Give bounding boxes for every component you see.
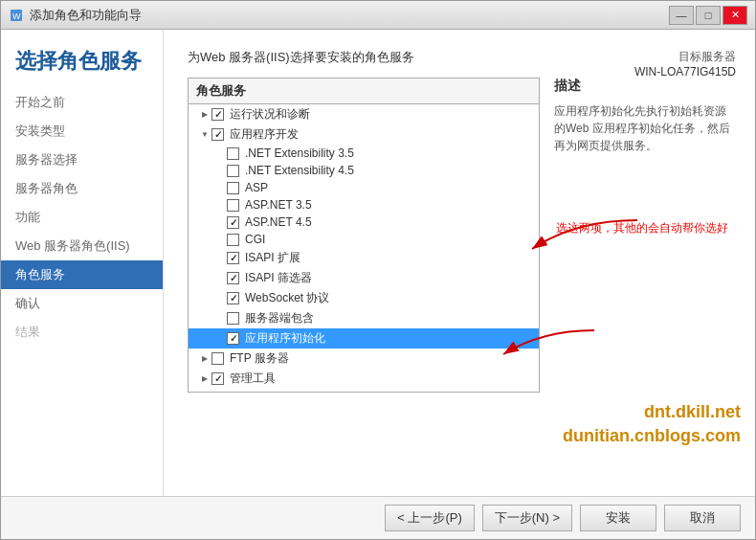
tree-item-net45ext[interactable]: .NET Extensibility 4.5 [189, 162, 539, 179]
checkbox-ftp[interactable] [211, 352, 224, 365]
watermark-line1: dnt.dkill.net [563, 400, 741, 424]
tree-item-aspnet45[interactable]: ASP.NET 4.5 [189, 214, 539, 231]
sidebar-item-start[interactable]: 开始之前 [1, 88, 163, 117]
label-mgmt: 管理工具 [230, 371, 276, 387]
sidebar-item-server-roles[interactable]: 服务器角色 [1, 174, 163, 203]
expand-ftp[interactable] [198, 352, 211, 366]
annotation-text: 选这两项，其他的会自动帮你选好 [556, 220, 728, 236]
close-button[interactable]: ✕ [723, 6, 747, 25]
sidebar-item-server-select[interactable]: 服务器选择 [1, 146, 163, 174]
checkbox-asp[interactable] [227, 182, 239, 194]
sidebar: 选择角色服务 开始之前 安装类型 服务器选择 服务器角色 功能 Web 服务器角… [1, 30, 164, 496]
sidebar-title: 选择角色服务 [1, 30, 163, 88]
next-button[interactable]: 下一步(N) > [482, 505, 572, 531]
checkbox-isapi-filter[interactable] [227, 272, 239, 284]
sidebar-nav: 开始之前 安装类型 服务器选择 服务器角色 功能 Web 服务器角色(IIS) … [1, 88, 163, 347]
checkbox-appdev[interactable] [211, 128, 224, 141]
tree-item-ftp[interactable]: FTP 服务器 [189, 349, 539, 369]
tree-item-aspnet35[interactable]: ASP.NET 3.5 [189, 196, 539, 214]
checkbox-net35ext[interactable] [227, 147, 239, 160]
minimize-button[interactable]: — [669, 6, 694, 25]
label-appinit: 应用程序初始化 [245, 330, 325, 347]
description-text: 应用程序初始化先执行初始耗资源的Web 应用程序初始化任务，然后再为网页提供服务… [554, 102, 736, 154]
checkbox-aspnet35[interactable] [227, 199, 239, 212]
checkbox-aspnet45[interactable] [227, 216, 239, 229]
tree-item-isapi-ext[interactable]: ISAPI 扩展 [189, 248, 539, 268]
checkbox-server-side[interactable] [227, 312, 239, 325]
tree-item-isapi-filter[interactable]: ISAPI 筛选器 [189, 268, 539, 288]
title-controls: — □ ✕ [669, 6, 747, 25]
expand-mgmt[interactable] [198, 372, 211, 386]
description-title: 描述 [554, 78, 736, 95]
label-aspnet35: ASP.NET 3.5 [245, 198, 312, 212]
label-asp: ASP [245, 181, 268, 194]
label-net45ext: .NET Extensibility 4.5 [245, 164, 354, 177]
label-appdev: 应用程序开发 [230, 126, 299, 143]
target-server: 目标服务器 WIN-LOA77IG415D [634, 49, 736, 79]
tree-item-server-side[interactable]: 服务器端包含 [189, 308, 539, 328]
sidebar-item-role-services[interactable]: 角色服务 [1, 260, 163, 289]
roles-panel-header: 角色服务 [189, 79, 539, 104]
target-server-value: WIN-LOA77IG415D [634, 65, 736, 79]
label-aspnet45: ASP.NET 4.5 [245, 215, 312, 229]
tree-item-mgmt[interactable]: 管理工具 [189, 369, 539, 389]
label-cgi: CGI [245, 233, 265, 246]
cancel-button[interactable]: 取消 [664, 505, 741, 531]
sidebar-item-confirm[interactable]: 确认 [1, 289, 163, 318]
tree-item-appdev[interactable]: 应用程序开发 [189, 124, 539, 145]
roles-panel: 角色服务 运行状况和诊断 应用程序开发 [188, 78, 540, 393]
checkbox-cgi[interactable] [227, 234, 239, 246]
prev-button[interactable]: < 上一步(P) [385, 505, 475, 531]
expand-appdev[interactable] [198, 128, 211, 142]
footer: < 上一步(P) 下一步(N) > 安装 取消 [1, 496, 755, 539]
title-bar: W 添加角色和功能向导 — □ ✕ [1, 1, 755, 30]
checkbox-net45ext[interactable] [227, 165, 239, 177]
roles-list[interactable]: 运行状况和诊断 应用程序开发 .NET Extensibilit [189, 104, 539, 392]
title-bar-left: W 添加角色和功能向导 [9, 7, 142, 24]
label-isapi-filter: ISAPI 筛选器 [245, 270, 312, 286]
wizard-icon: W [9, 8, 24, 23]
checkbox-websocket[interactable] [227, 292, 239, 304]
target-server-label: 目标服务器 [634, 49, 736, 65]
label-net35ext: .NET Extensibility 3.5 [245, 146, 354, 160]
window: W 添加角色和功能向导 — □ ✕ 选择角色服务 开始之前 安装类型 服务器选择… [0, 0, 756, 540]
checkbox-perf[interactable] [211, 108, 224, 121]
maximize-button[interactable]: □ [696, 6, 721, 25]
tree-item-net35ext[interactable]: .NET Extensibility 3.5 [189, 145, 539, 162]
label-server-side: 服务器端包含 [245, 310, 314, 326]
label-ftp: FTP 服务器 [230, 350, 289, 367]
sidebar-item-result: 结果 [1, 318, 163, 347]
tree-item-perf[interactable]: 运行状况和诊断 [189, 104, 539, 124]
label-isapi-ext: ISAPI 扩展 [245, 250, 300, 266]
tree-item-cgi[interactable]: CGI [189, 231, 539, 248]
svg-text:W: W [12, 11, 21, 21]
tree-item-websocket[interactable]: WebSocket 协议 [189, 288, 539, 308]
content-area: 选择角色服务 开始之前 安装类型 服务器选择 服务器角色 功能 Web 服务器角… [1, 30, 755, 496]
sidebar-item-install-type[interactable]: 安装类型 [1, 117, 163, 146]
sidebar-item-web-server[interactable]: Web 服务器角色(IIS) [1, 232, 163, 260]
sidebar-item-features[interactable]: 功能 [1, 203, 163, 232]
label-websocket: WebSocket 协议 [245, 290, 329, 306]
install-button[interactable]: 安装 [580, 505, 656, 531]
checkbox-appinit[interactable] [227, 332, 239, 345]
label-perf: 运行状况和诊断 [230, 106, 310, 123]
checkbox-mgmt[interactable] [211, 372, 224, 385]
watermark: dnt.dkill.net dunitian.cnblogs.com [563, 400, 741, 448]
window-title: 添加角色和功能向导 [30, 7, 142, 24]
expand-perf[interactable] [198, 108, 211, 122]
tree-item-asp[interactable]: ASP [189, 179, 539, 196]
watermark-line2: dunitian.cnblogs.com [563, 424, 741, 448]
main-content: 目标服务器 WIN-LOA77IG415D 为Web 服务器(IIS)选择要安装… [164, 30, 755, 496]
checkbox-isapi-ext[interactable] [227, 252, 239, 264]
tree-item-appinit[interactable]: 应用程序初始化 [189, 328, 539, 349]
